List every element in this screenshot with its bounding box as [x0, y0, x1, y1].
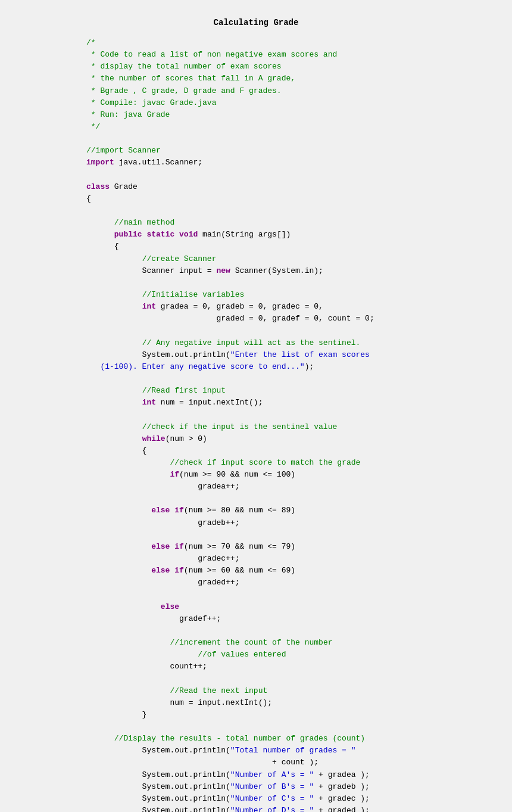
page-container: Calculating Grade /* * Code to read a li… — [0, 0, 512, 812]
page-title: Calculating Grade — [0, 18, 512, 27]
code-area: /* * Code to read a list of non negative… — [0, 37, 512, 812]
code-block: /* * Code to read a list of non negative… — [86, 37, 500, 812]
